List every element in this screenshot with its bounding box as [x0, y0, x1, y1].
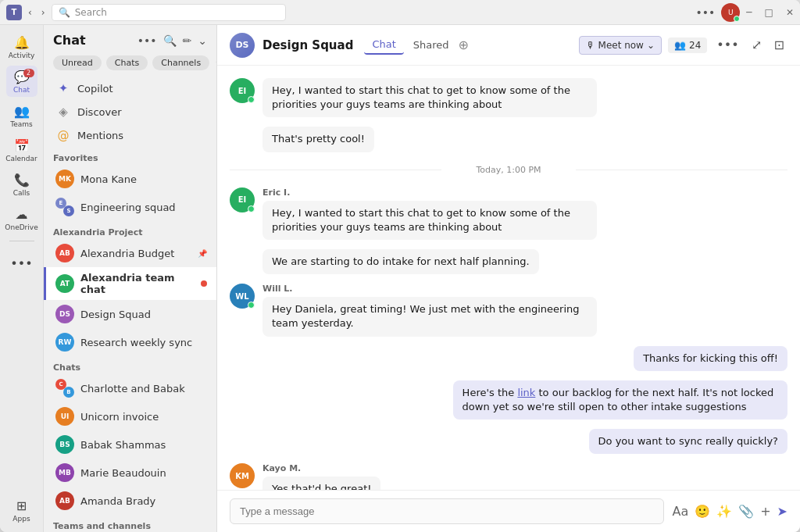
sidebar-item-calls[interactable]: 📞 Calls	[6, 169, 38, 200]
sidebar-item-charlotte[interactable]: C B Charlotte and Babak	[44, 374, 216, 402]
search-placeholder: Search	[75, 7, 107, 18]
chevron-down-icon[interactable]: ⌄	[198, 34, 207, 47]
sidebar-item-babak[interactable]: BS Babak Shammas	[44, 430, 216, 459]
chat-badge: 2	[23, 69, 34, 77]
sidebar-item-onedrive[interactable]: ☁ OneDrive	[6, 203, 38, 234]
sidebar-item-apps[interactable]: ⊞ Apps	[6, 495, 38, 526]
discover-label: Discover	[77, 106, 122, 118]
msg-content-right: Do you want to sync really quickly?	[589, 429, 788, 454]
channel-name: Design Squad	[262, 38, 353, 52]
sidebar-item-mentions[interactable]: @ Mentions	[44, 123, 216, 147]
calendar-label: Calendar	[5, 155, 37, 162]
sidebar-item-research-weekly[interactable]: RW Research weekly sync	[44, 328, 216, 356]
eng-squad-label: Engineering squad	[80, 202, 176, 213]
more-icon: •••	[10, 256, 32, 271]
add-icon[interactable]: +	[760, 504, 770, 519]
sidebar-header-actions: ••• 🔍 ✏ ⌄	[138, 34, 207, 47]
msg-bubble: That's pretty cool!	[262, 127, 374, 152]
sidebar-item-more[interactable]: •••	[6, 248, 38, 279]
app-body: 🔔 Activity 💬 Chat 2 👥 Teams 📅 Calendar 📞…	[0, 25, 800, 532]
emoji-icon[interactable]: 🙂	[695, 504, 710, 519]
sidebar: Chat ••• 🔍 ✏ ⌄ Unread Chats Channels ⌄ ✦…	[44, 25, 217, 532]
search-button[interactable]: 🔍	[163, 34, 177, 47]
attach-icon[interactable]: 📎	[738, 504, 754, 519]
copilot-icon: ✦	[55, 81, 71, 95]
sidebar-item-teams[interactable]: 👥 Teams	[6, 100, 38, 131]
more-options-button[interactable]: •••	[138, 34, 157, 47]
mentions-label: Mentions	[77, 130, 123, 141]
message-row-right: Here's the link to our backlog for the n…	[230, 380, 788, 420]
tab-shared[interactable]: Shared	[405, 36, 457, 54]
unread-indicator	[201, 280, 207, 287]
message-row: KM Kayo M. Yes that'd be great! ❤️ 1	[230, 463, 788, 490]
mona-label: Mona Kane	[80, 173, 137, 185]
section-favorites: Favorites	[44, 147, 216, 165]
design-squad-label: Design Squad	[80, 309, 151, 320]
tab-chat[interactable]: Chat	[364, 35, 403, 55]
msg-bubble: Hey Daniela, great timing! We just met w…	[262, 297, 597, 336]
timestamp-divider: Today, 1:00 PM	[230, 162, 788, 178]
sidebar-content: ✦ Copilot ◈ Discover @ Mentions Favorite…	[44, 77, 216, 532]
filter-channels[interactable]: Channels	[152, 55, 209, 70]
message-input-area: Aa 🙂 ✨ 📎 + ➤	[217, 490, 800, 532]
maximize-button[interactable]: □	[765, 7, 773, 18]
msg-bubble-right: Do you want to sync really quickly?	[589, 429, 788, 454]
close-button[interactable]: ✕	[786, 7, 794, 18]
unicorn-avatar: UI	[55, 407, 74, 426]
minimize-button[interactable]: ─	[746, 7, 752, 18]
filter-unread[interactable]: Unread	[53, 55, 102, 70]
send-button[interactable]: ➤	[777, 504, 788, 519]
babak-label: Babak Shammas	[80, 439, 166, 451]
alex-budget-label: Alexandria Budget	[80, 248, 174, 259]
meet-now-label: Meet now	[598, 40, 644, 51]
chat-header-right: 🎙 Meet now ⌄ 👥 24 ••• ⤢ ⊡	[579, 34, 788, 55]
msg-sender: Kayo M.	[262, 463, 380, 473]
activity-label: Activity	[9, 52, 35, 59]
expand-icon[interactable]: ⤢	[748, 34, 765, 55]
onedrive-icon: ☁	[16, 207, 28, 222]
chat-nav-label: Chat	[13, 86, 30, 94]
search-icon: 🔍	[59, 7, 70, 18]
nav-back-icon[interactable]: ‹	[28, 7, 32, 18]
search-bar[interactable]: 🔍 Search	[52, 4, 286, 21]
sidebar-item-copilot[interactable]: ✦ Copilot	[44, 77, 216, 100]
format-text-icon[interactable]: Aa	[672, 504, 688, 519]
meet-now-chevron: ⌄	[647, 40, 655, 51]
window-controls: ─ □ ✕	[746, 7, 794, 18]
backlog-link[interactable]: link	[517, 387, 535, 398]
messages-area: EI Hey, I wanted to start this chat to g…	[217, 66, 800, 490]
chat-tabs: Chat Shared ⊕	[364, 35, 469, 55]
sidebar-item-unicorn[interactable]: UI Unicorn invoice	[44, 402, 216, 430]
participants-count[interactable]: 👥 24	[668, 37, 707, 53]
header-more-button[interactable]: •••	[713, 34, 741, 55]
popout-icon[interactable]: ⊡	[771, 34, 788, 55]
sparkle-icon[interactable]: ✨	[716, 504, 732, 519]
sidebar-item-discover[interactable]: ◈ Discover	[44, 100, 216, 123]
compose-button[interactable]: ✏	[183, 34, 192, 47]
apps-icon: ⊞	[16, 498, 27, 513]
sidebar-item-activity[interactable]: 🔔 Activity	[6, 31, 38, 62]
amanda-label: Amanda Brady	[80, 495, 155, 507]
sidebar-item-chat[interactable]: 💬 Chat 2	[6, 66, 38, 97]
msg-bubble: We are starting to do intake for next ha…	[262, 249, 539, 274]
filter-chats[interactable]: Chats	[106, 55, 148, 70]
add-tab-button[interactable]: ⊕	[459, 37, 469, 52]
eng-squad-avatar: E S	[55, 198, 74, 216]
sidebar-item-mona[interactable]: MK Mona Kane	[44, 165, 216, 193]
sidebar-item-alex-chat[interactable]: AT Alexandria team chat	[44, 267, 216, 300]
nav-forward-icon[interactable]: ›	[41, 7, 45, 18]
meet-now-button[interactable]: 🎙 Meet now ⌄	[579, 36, 662, 55]
msg-content: Kayo M. Yes that'd be great! ❤️ 1	[262, 463, 380, 490]
sidebar-item-marie[interactable]: MB Marie Beaudouin	[44, 459, 216, 487]
user-avatar[interactable]: U	[721, 3, 740, 22]
sidebar-item-amanda[interactable]: AB Amanda Brady	[44, 487, 216, 515]
calls-icon: 📞	[14, 173, 30, 187]
titlebar: T ‹ › 🔍 Search ••• U ─ □ ✕	[0, 0, 800, 25]
nav-bottom: ⊞ Apps	[6, 495, 38, 526]
sidebar-item-calendar[interactable]: 📅 Calendar	[6, 134, 38, 166]
message-input[interactable]	[230, 498, 664, 524]
sidebar-item-design-squad[interactable]: DS Design Squad	[44, 300, 216, 328]
sidebar-item-alex-budget[interactable]: AB Alexandria Budget 📌	[44, 239, 216, 267]
more-options-icon[interactable]: •••	[696, 6, 716, 19]
sidebar-item-eng-squad[interactable]: E S Engineering squad	[44, 193, 216, 221]
